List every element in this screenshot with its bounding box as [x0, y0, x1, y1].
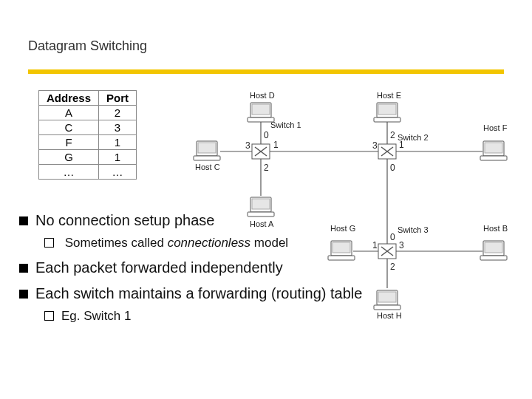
- port-label: 0: [264, 130, 269, 140]
- port-label: 2: [390, 262, 395, 272]
- table-row: G1: [39, 150, 137, 165]
- host-icon: [194, 141, 220, 160]
- port-label: 0: [390, 232, 395, 242]
- switch-icon: [252, 144, 270, 159]
- host-icon: [480, 241, 507, 260]
- host-icon: [248, 103, 274, 122]
- bullet-item: Each packet forwarded independently: [19, 257, 362, 279]
- port-label: 0: [390, 163, 395, 173]
- switch-icon: [378, 144, 396, 159]
- bullet-list: No connection setup phase Sometimes call…: [19, 210, 362, 325]
- host-icon: [480, 141, 507, 160]
- table-row: A2: [39, 106, 137, 120]
- host-c-label: Host C: [195, 163, 220, 171]
- switch-3-label: Switch 3: [398, 225, 429, 234]
- bullet-item: Each switch maintains a forwarding (rout…: [19, 283, 362, 304]
- switch-1-label: Switch 1: [270, 120, 301, 129]
- page-title: Datagram Switching: [28, 38, 147, 54]
- port-label: 1: [273, 140, 279, 150]
- table-row: ……: [39, 165, 137, 180]
- bullet-sub-item: Sometimes called connectionless model: [44, 234, 362, 253]
- port-label: 3: [399, 240, 404, 250]
- bullet-sub-item: Eg. Switch 1: [44, 307, 362, 326]
- routing-table: Address Port A2 C3 F1 G1 ……: [38, 90, 137, 180]
- port-label: 2: [390, 130, 395, 140]
- bullet-item: No connection setup phase: [19, 210, 362, 231]
- table-row: C3: [39, 120, 137, 135]
- host-e-label: Host E: [377, 91, 401, 100]
- port-label: 3: [372, 140, 378, 151]
- title-underline: [28, 69, 504, 74]
- host-icon: [374, 290, 400, 310]
- col-header-address: Address: [39, 91, 99, 106]
- host-h-label: Host H: [377, 311, 402, 320]
- host-f-label: Host F: [483, 123, 508, 132]
- switch-icon: [378, 244, 396, 259]
- host-d-label: Host D: [250, 91, 275, 100]
- port-label: 1: [399, 140, 404, 150]
- col-header-port: Port: [99, 91, 137, 106]
- port-label: 3: [245, 140, 250, 151]
- port-label: 1: [372, 240, 378, 250]
- host-b-label: Host B: [483, 224, 508, 233]
- port-label: 2: [264, 163, 269, 173]
- host-icon: [374, 103, 400, 122]
- table-row: F1: [39, 135, 137, 150]
